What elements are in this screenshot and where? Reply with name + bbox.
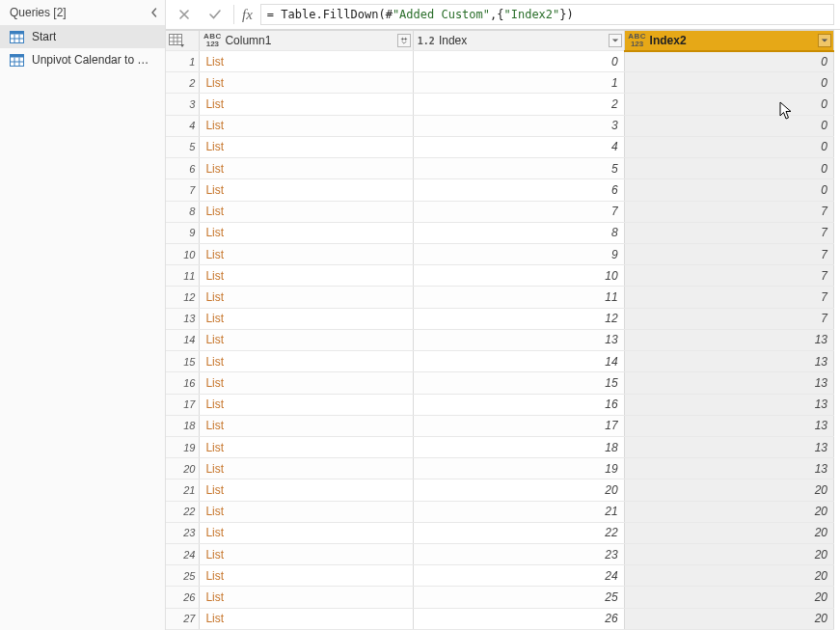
table-row[interactable]: 9List87 (166, 222, 834, 243)
cell-index[interactable]: 1 (413, 72, 624, 94)
table-row[interactable]: 15List1413 (166, 351, 834, 372)
table-row[interactable]: 26List2520 (166, 587, 834, 608)
commit-formula-button[interactable] (203, 4, 228, 25)
cell-column1[interactable]: List (200, 458, 413, 479)
cell-column1[interactable]: List (200, 436, 413, 457)
cell-column1[interactable]: List (200, 201, 413, 222)
cell-index2[interactable]: 13 (624, 415, 833, 436)
table-row[interactable]: 13List127 (166, 308, 834, 329)
table-row[interactable]: 5List40 (166, 136, 834, 157)
fx-icon[interactable]: fx (240, 7, 255, 23)
cell-column1[interactable]: List (200, 51, 413, 72)
cell-index[interactable]: 17 (413, 415, 624, 436)
cell-column1[interactable]: List (200, 565, 413, 587)
table-row[interactable]: 27List2620 (166, 608, 834, 629)
cell-column1[interactable]: List (200, 94, 413, 115)
cell-column1[interactable]: List (200, 243, 413, 264)
cell-index[interactable]: 12 (413, 308, 624, 329)
cell-column1[interactable]: List (200, 265, 413, 287)
cell-index[interactable]: 14 (413, 351, 624, 372)
cell-index[interactable]: 20 (413, 479, 624, 501)
cell-index2[interactable]: 20 (624, 565, 833, 587)
cell-column1[interactable]: List (200, 501, 413, 522)
cell-column1[interactable]: List (200, 372, 413, 394)
query-item[interactable]: Start (0, 25, 165, 48)
cell-index[interactable]: 19 (413, 458, 624, 479)
cell-index2[interactable]: 20 (624, 587, 833, 608)
cell-index[interactable]: 26 (413, 608, 624, 629)
cell-index[interactable]: 21 (413, 501, 624, 522)
cell-index2[interactable]: 20 (624, 608, 833, 629)
table-row[interactable]: 16List1513 (166, 372, 834, 394)
table-row[interactable]: 7List60 (166, 179, 834, 201)
cell-index2[interactable]: 13 (624, 351, 833, 372)
cell-index[interactable]: 24 (413, 565, 624, 587)
cell-index2[interactable]: 13 (624, 394, 833, 415)
cell-column1[interactable]: List (200, 287, 413, 308)
table-row[interactable]: 3List20 (166, 94, 834, 115)
chevron-left-icon[interactable] (149, 8, 159, 17)
formula-input[interactable]: = Table.FillDown(#"Added Custom",{"Index… (260, 4, 834, 25)
cell-index[interactable]: 15 (413, 372, 624, 394)
column-header-index[interactable]: 1.2 Index (413, 31, 624, 51)
cell-index2[interactable]: 7 (624, 265, 833, 287)
cell-index2[interactable]: 0 (624, 136, 833, 157)
table-row[interactable]: 8List77 (166, 201, 834, 222)
table-row[interactable]: 17List1613 (166, 394, 834, 415)
cell-index2[interactable]: 7 (624, 287, 833, 308)
table-row[interactable]: 1List00 (166, 51, 834, 72)
table-row[interactable]: 25List2420 (166, 565, 834, 587)
cell-column1[interactable]: List (200, 587, 413, 608)
cell-index2[interactable]: 13 (624, 372, 833, 394)
cell-index[interactable]: 25 (413, 587, 624, 608)
table-row[interactable]: 2List10 (166, 72, 834, 94)
cell-index2[interactable]: 13 (624, 458, 833, 479)
cell-index2[interactable]: 0 (624, 94, 833, 115)
table-row[interactable]: 4List30 (166, 115, 834, 136)
table-row[interactable]: 21List2020 (166, 479, 834, 501)
cell-index[interactable]: 7 (413, 201, 624, 222)
cell-index[interactable]: 10 (413, 265, 624, 287)
cell-index2[interactable]: 20 (624, 479, 833, 501)
expand-icon[interactable] (397, 34, 411, 47)
cell-index[interactable]: 11 (413, 287, 624, 308)
cell-index[interactable]: 4 (413, 136, 624, 157)
cell-index2[interactable]: 20 (624, 544, 833, 565)
table-row[interactable]: 10List97 (166, 243, 834, 264)
cell-column1[interactable]: List (200, 179, 413, 201)
cell-index2[interactable]: 7 (624, 201, 833, 222)
table-options-button[interactable] (166, 31, 200, 51)
cell-index2[interactable]: 0 (624, 51, 833, 72)
cell-index2[interactable]: 7 (624, 308, 833, 329)
cell-column1[interactable]: List (200, 544, 413, 565)
cell-column1[interactable]: List (200, 394, 413, 415)
cell-index[interactable]: 8 (413, 222, 624, 243)
cell-column1[interactable]: List (200, 222, 413, 243)
cell-column1[interactable]: List (200, 479, 413, 501)
cell-index[interactable]: 22 (413, 522, 624, 543)
cell-column1[interactable]: List (200, 329, 413, 350)
table-row[interactable]: 18List1713 (166, 415, 834, 436)
column-header-column1[interactable]: ABC 123 Column1 (200, 31, 413, 51)
cell-column1[interactable]: List (200, 351, 413, 372)
cell-index2[interactable]: 13 (624, 436, 833, 457)
filter-dropdown-icon[interactable] (609, 34, 622, 47)
cell-index[interactable]: 3 (413, 115, 624, 136)
cell-column1[interactable]: List (200, 72, 413, 94)
cell-column1[interactable]: List (200, 136, 413, 157)
cell-index2[interactable]: 20 (624, 501, 833, 522)
cell-index[interactable]: 2 (413, 94, 624, 115)
table-row[interactable]: 11List107 (166, 265, 834, 287)
table-row[interactable]: 20List1913 (166, 458, 834, 479)
table-row[interactable]: 14List1313 (166, 329, 834, 350)
cell-index2[interactable]: 0 (624, 158, 833, 179)
cell-index[interactable]: 13 (413, 329, 624, 350)
table-row[interactable]: 12List117 (166, 287, 834, 308)
cell-column1[interactable]: List (200, 158, 413, 179)
cell-index[interactable]: 23 (413, 544, 624, 565)
cell-index2[interactable]: 7 (624, 243, 833, 264)
cell-index[interactable]: 5 (413, 158, 624, 179)
cancel-formula-button[interactable] (172, 4, 197, 25)
table-row[interactable]: 23List2220 (166, 522, 834, 543)
cell-index2[interactable]: 0 (624, 72, 833, 94)
